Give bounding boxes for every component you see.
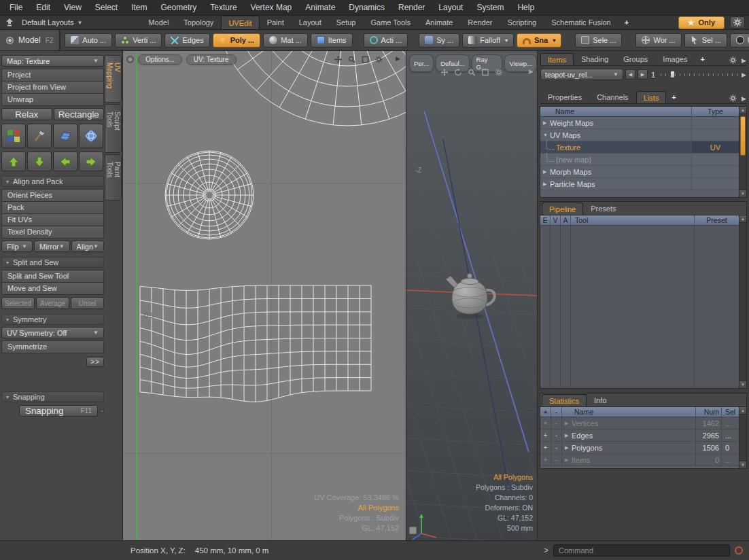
panel-arrow-icon[interactable]: ▶ [529,68,534,75]
flip-dropdown[interactable]: Flip▼ [1,241,33,252]
panel-arrow-icon[interactable]: ▶ [742,95,746,102]
tab-model[interactable]: Model [141,15,176,29]
auto-mode-button[interactable]: Auto ... [65,33,112,48]
collapsed-arrow-icon[interactable]: ▶ [540,120,550,126]
collapsed-arrow-icon[interactable]: ▶ [562,433,572,438]
tab-images[interactable]: Images [655,52,695,65]
scroll-up-icon[interactable]: ▲ [739,407,746,415]
tab-statistics[interactable]: Statistics [542,394,587,406]
section-align-and-pack[interactable]: Align and Pack [1,176,104,187]
stat-row-polygons[interactable]: + - ▶ Polygons 1506 0 [540,442,739,454]
zoom-icon[interactable] [468,69,476,76]
map-texture-dropdown[interactable]: Map: Texture▼ [1,55,104,67]
scroll-down-icon[interactable]: ▼ [739,461,746,468]
move-left-button[interactable] [53,152,77,171]
add-panel-tab[interactable]: + [695,52,710,65]
panel-arrow-icon[interactable]: ▶ [396,55,400,62]
vertices-mode-button[interactable]: Verti ... [115,33,162,48]
list-item-symmetrize[interactable]: Symmetrize [2,341,103,353]
pipeline-body[interactable] [540,226,739,388]
statistics-scrollbar[interactable]: ▲ ▼ [739,407,746,468]
unreal-bridge-button[interactable]: Unr ... [730,33,749,48]
snapping-toggle-button[interactable]: SnappingF11 [19,405,98,417]
polygons-mode-button[interactable]: Poly ... [213,33,260,48]
frame-icon[interactable] [482,69,489,76]
move-down-button[interactable] [27,152,52,171]
panel-arrow-icon[interactable]: ▶ [742,71,746,78]
menu-vertex-map[interactable]: Vertex Map [244,1,299,14]
list-item-move-and-sew[interactable]: Move and Sew [2,283,103,295]
add-property-tab[interactable]: + [666,90,681,103]
stat-row-edges[interactable]: + - ▶ Edges 2965 ... [540,430,739,442]
uv-sphere-tool-button[interactable] [79,124,103,148]
uv-map-pill[interactable]: UV: Texture [186,54,237,65]
scroll-down-icon[interactable]: ▼ [739,190,746,197]
expand-plus-button[interactable]: + [540,442,551,453]
tab-info[interactable]: Info [587,393,614,406]
tab-items[interactable]: Items [540,53,574,65]
tab-shading[interactable]: Shading [574,52,616,65]
menu-texture[interactable]: Texture [203,1,243,14]
relax-button[interactable]: Relax [1,108,52,120]
tab-uvedit[interactable]: UVEdit [221,16,259,29]
list-item-project[interactable]: Project [2,69,103,82]
edges-mode-button[interactable]: Edges [164,33,209,48]
model-panel-header[interactable]: Model F2 [0,30,60,50]
menu-render[interactable]: Render [391,1,432,14]
gear-icon[interactable] [730,16,745,29]
tab-groups[interactable]: Groups [616,52,655,65]
layout-switcher[interactable]: Default Layouts▼ [16,17,88,28]
sew-unselected-button[interactable]: Unsel [71,297,104,309]
orbit-icon[interactable] [455,69,462,76]
expand-plus-button[interactable]: + [540,454,551,466]
mirror-dropdown[interactable]: Mirror▼ [34,241,70,252]
more-tools-button[interactable]: >> [86,357,104,367]
menu-system[interactable]: System [470,1,510,14]
tab-channels[interactable]: Channels [589,90,635,103]
tab-setup[interactable]: Setup [329,15,364,29]
list-item-orient-pieces[interactable]: Orient Pieces [2,190,103,202]
tab-topology[interactable]: Topology [176,15,221,29]
item-selector-dropdown[interactable]: teapot-uv_rel...▼ [540,69,623,80]
tab-properties[interactable]: Properties [540,90,589,103]
lists-scrollbar[interactable]: ▲ ▼ [739,107,746,197]
list-row-particle-maps[interactable]: ▶Particle Maps [540,178,739,190]
collapsed-arrow-icon[interactable]: ▶ [540,169,550,175]
list-row-texture[interactable]: TextureUV [540,141,739,154]
tab-presets[interactable]: Presets [583,202,623,215]
collapsed-arrow-icon[interactable]: ▶ [562,457,572,463]
prev-item-button[interactable]: ◀ [625,69,635,80]
list-item-unwrap[interactable]: Unwrap [2,94,103,106]
expand-plus-button[interactable]: + [540,417,551,429]
command-history-icon[interactable] [735,546,743,555]
vtab-sculpt-tools[interactable]: Sculpt Tools [105,104,122,153]
collapse-minus-button[interactable]: - [551,442,562,453]
list-row-uv-maps[interactable]: ▼UV Maps [540,129,739,141]
snapping-popup-button[interactable] [100,409,104,413]
scroll-up-icon[interactable]: ▲ [739,107,746,114]
align-dropdown[interactable]: Align▼ [71,241,104,252]
collapse-minus-button[interactable]: - [551,417,562,429]
expanded-arrow-icon[interactable]: ▼ [540,133,550,137]
gear-icon[interactable] [729,56,737,64]
snapping-toolbar-button[interactable]: Sna▾ [517,33,561,48]
menu-select[interactable]: Select [88,1,124,14]
move-right-button[interactable] [79,152,103,171]
action-center-button[interactable]: Acti ... [364,33,408,48]
gear-icon[interactable] [495,69,503,76]
sculpt-hammer-tool-button[interactable] [27,124,52,148]
collapse-minus-button[interactable]: - [551,454,562,466]
collapsed-arrow-icon[interactable]: ▶ [562,421,572,426]
expand-plus-button[interactable]: + [540,430,551,441]
tab-game-tools[interactable]: Game Tools [363,15,418,29]
viewport-menu-icon[interactable] [126,56,134,63]
tab-layout[interactable]: Layout [292,15,329,29]
list-row-morph-maps[interactable]: ▶Morph Maps [540,166,739,178]
scroll-down-icon[interactable]: ▼ [739,381,746,388]
tab-perspective[interactable]: Per... [409,54,434,72]
menu-help[interactable]: Help [510,1,541,14]
tab-animate[interactable]: Animate [418,15,460,29]
layouts-menu-icon[interactable] [3,18,16,27]
section-split-and-sew[interactable]: Split and Sew [1,257,104,268]
move-up-button[interactable] [1,152,26,171]
